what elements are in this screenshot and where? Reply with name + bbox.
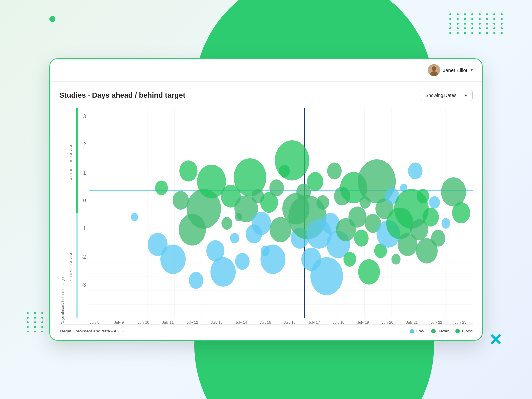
- x-axis-label: July 21: [400, 320, 424, 324]
- legend-item: Low: [410, 329, 424, 333]
- bubble[interactable]: [310, 257, 343, 295]
- legend-dot: [431, 329, 436, 333]
- bubble[interactable]: [230, 233, 239, 244]
- x-axis-label: July 19: [351, 320, 375, 324]
- bubble[interactable]: [317, 195, 329, 210]
- legend-dot: [455, 329, 460, 333]
- bubble[interactable]: [269, 179, 284, 196]
- bubble[interactable]: [189, 272, 203, 289]
- x-axis-label: July 22: [424, 320, 448, 324]
- x-axis-label: July 12: [180, 320, 204, 324]
- bubble[interactable]: [260, 244, 285, 274]
- bubble[interactable]: [173, 191, 189, 210]
- bubble[interactable]: [358, 259, 380, 285]
- legend-label: Good: [462, 329, 473, 333]
- avatar: [428, 64, 440, 76]
- x-axis-label: July 14: [229, 320, 253, 324]
- y-axis-label: Days ahead / behind of target: [59, 108, 66, 324]
- svg-text:BEHIND TARGET: BEHIND TARGET: [69, 249, 73, 282]
- bubble[interactable]: [429, 196, 440, 209]
- svg-text:AHEAD OF TARGET: AHEAD OF TARGET: [69, 141, 73, 180]
- user-menu[interactable]: Janet Elliot ▾: [428, 64, 473, 76]
- bubble[interactable]: [408, 163, 422, 180]
- bubble[interactable]: [422, 208, 439, 227]
- bubble[interactable]: [160, 244, 186, 274]
- bubble[interactable]: [431, 230, 445, 247]
- chart-container: Days ahead / behind of target: [59, 108, 473, 335]
- legend-title: Target Enrolment and data - ASDF: [59, 329, 125, 333]
- user-name: Janet Elliot: [443, 67, 467, 73]
- svg-text:-1: -1: [82, 225, 86, 231]
- x-axis-label: July 16: [278, 320, 302, 324]
- bubble[interactable]: [343, 252, 356, 267]
- bubble[interactable]: [252, 212, 271, 235]
- x-axis-label: July 20: [375, 320, 400, 324]
- x-axis-label: July 8: [83, 320, 107, 324]
- legend-items: LowBetterGood: [410, 329, 473, 333]
- bubble[interactable]: [131, 213, 138, 221]
- chart-svg: AHEAD OF TARGET BEHIND TARGET 3 2 1: [66, 108, 473, 318]
- svg-text:-3: -3: [82, 281, 86, 288]
- legend-label: Better: [438, 329, 449, 333]
- bg-dot-green: [49, 16, 55, 22]
- chart-plot-area: AHEAD OF TARGET BEHIND TARGET 3 2 1: [66, 108, 473, 324]
- chart-inner: Days ahead / behind of target: [59, 108, 473, 324]
- chart-header: Studies - Days ahead / behind target Sho…: [59, 90, 473, 101]
- bubble[interactable]: [155, 180, 168, 195]
- chart-legend: Target Enrolment and data - ASDF LowBett…: [59, 324, 473, 335]
- bubble[interactable]: [441, 177, 466, 207]
- svg-point-1: [432, 66, 436, 71]
- card-body: Studies - Days ahead / behind target Sho…: [50, 82, 482, 340]
- x-axis-labels: July 8July 9July 10July 11July 12July 13…: [66, 318, 473, 324]
- x-axis-label: July 17: [302, 320, 326, 324]
- svg-text:0: 0: [83, 197, 86, 203]
- x-axis-label: July 15: [253, 320, 277, 324]
- bubble[interactable]: [179, 160, 197, 181]
- legend-dot: [410, 329, 414, 333]
- bubble[interactable]: [210, 257, 236, 287]
- card-header: Janet Elliot ▾: [50, 59, 482, 82]
- x-axis-label: July 23: [448, 320, 473, 324]
- bubble[interactable]: [221, 217, 232, 230]
- chart-title: Studies - Days ahead / behind target: [59, 91, 185, 100]
- x-axis-label: July 13: [205, 320, 229, 324]
- svg-rect-10: [76, 108, 78, 213]
- x-axis-label: July 18: [326, 320, 351, 324]
- x-axis-label: July 9: [107, 320, 131, 324]
- x-decoration: ✕: [489, 331, 502, 349]
- bubble[interactable]: [327, 163, 341, 180]
- chevron-down-icon: ▾: [471, 68, 473, 72]
- dot-grid-top-right: [449, 13, 505, 34]
- x-axis-label: July 11: [156, 320, 180, 324]
- svg-text:1: 1: [83, 169, 86, 176]
- bubble[interactable]: [348, 207, 366, 228]
- bubble[interactable]: [417, 189, 429, 203]
- menu-button[interactable]: [59, 68, 66, 72]
- legend-item: Good: [455, 329, 473, 333]
- showing-dates-dropdown[interactable]: Showing Dates ▾: [420, 90, 473, 101]
- legend-item: Better: [431, 329, 449, 333]
- bubble[interactable]: [307, 172, 323, 191]
- dropdown-label: Showing Dates: [425, 93, 456, 98]
- svg-text:2: 2: [83, 141, 86, 147]
- bubble[interactable]: [235, 253, 249, 270]
- main-card: Janet Elliot ▾ Studies - Days ahead / be…: [49, 58, 483, 341]
- x-axis-label: July 10: [131, 320, 156, 324]
- bubble[interactable]: [354, 230, 368, 247]
- bubble[interactable]: [452, 202, 470, 223]
- svg-rect-11: [76, 213, 78, 319]
- bubble[interactable]: [442, 218, 450, 229]
- svg-text:3: 3: [83, 113, 86, 119]
- legend-label: Low: [416, 329, 424, 333]
- bubble[interactable]: [275, 140, 309, 180]
- dropdown-arrow-icon: ▾: [465, 93, 467, 98]
- svg-text:-2: -2: [82, 253, 86, 260]
- bubble[interactable]: [391, 254, 400, 265]
